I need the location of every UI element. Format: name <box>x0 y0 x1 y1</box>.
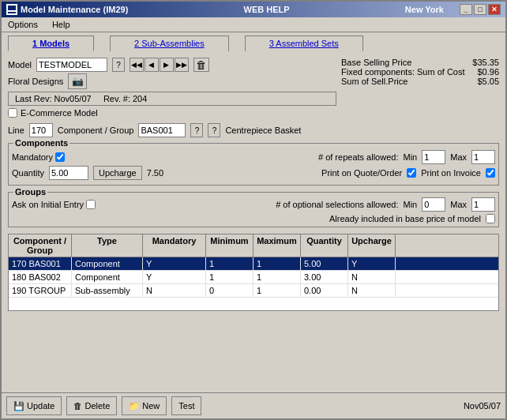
maximize-button[interactable]: □ <box>474 4 486 15</box>
comp-max-input[interactable]: 1 <box>471 150 495 164</box>
mandatory-checkbox[interactable] <box>55 152 65 162</box>
title-bar: Model Maintenance (IM29) WEB HELP New Yo… <box>2 2 505 17</box>
row0-quantity: 5.00 <box>301 257 348 270</box>
comp-min-input[interactable]: 1 <box>422 150 445 164</box>
row2-minimum: 0 <box>206 284 254 297</box>
last-rev-label: Last Rev: <box>15 94 51 103</box>
base-price-label: Already included in base price of model <box>329 214 481 223</box>
window-controls: _ □ ✕ <box>460 4 501 15</box>
tab-sub-assemblies[interactable]: 2 Sub-Assemblies <box>110 36 229 51</box>
row2-mandatory: N <box>143 284 206 297</box>
nav-last[interactable]: ▶▶ <box>175 58 189 72</box>
bottom-bar: 💾 Update 🗑 Delete 📁 New Test Nov05/07 <box>2 392 505 418</box>
comp-max-label: Max <box>450 152 467 162</box>
update-button[interactable]: 💾 Update <box>6 396 62 415</box>
groups-section: Groups Ask on Initial Entry # of optiona… <box>8 192 499 227</box>
print-invoice-checkbox[interactable] <box>486 168 495 178</box>
fixed-components-value: $0.96 <box>477 67 499 77</box>
delete-button[interactable]: 🗑 Delete <box>66 396 117 415</box>
test-button[interactable]: Test <box>171 396 201 415</box>
camera-button[interactable]: 📷 <box>68 73 87 89</box>
row0-minimum: 1 <box>206 257 254 270</box>
groups-max-input[interactable]: 1 <box>471 197 495 212</box>
print-quote-label: Print on Quote/Order <box>321 168 402 178</box>
main-content: Model TESTMODEL ? ◀◀ ◀ ▶ ▶▶ 🗑 Floral Des… <box>2 51 505 392</box>
tab-models[interactable]: 1 Models <box>8 36 94 51</box>
row1-mandatory: Y <box>143 271 206 283</box>
new-button[interactable]: 📁 New <box>122 396 167 415</box>
groups-min-label: Min <box>403 200 417 209</box>
close-button[interactable]: ✕ <box>488 4 501 15</box>
sum-sell-value: $5.05 <box>477 77 499 86</box>
header-upcharge: Upcharge <box>348 234 396 257</box>
tabs-bar: 1 Models 2 Sub-Assemblies 3 Assembled Se… <box>2 32 505 51</box>
components-row-2: Quantity 5.00 Upcharge 7.50 Print on Quo… <box>12 166 495 180</box>
window-center-text: WEB HELP <box>244 5 290 14</box>
model-delete-button[interactable]: 🗑 <box>193 58 209 72</box>
delete-label: Delete <box>84 401 110 411</box>
ask-initial-checkbox[interactable] <box>86 200 96 209</box>
row2-upcharge: N <box>348 284 396 297</box>
nav-prev[interactable]: ◀ <box>145 58 159 72</box>
components-row-1: Mandatory # of repeats allowed: Min 1 Ma… <box>12 150 495 164</box>
upcharge-button[interactable]: Upcharge <box>93 166 142 180</box>
menu-options[interactable]: Options <box>5 19 41 30</box>
model-input[interactable]: TESTMODEL <box>36 58 107 72</box>
row2-type: Sub-assembly <box>72 284 143 297</box>
ecommerce-checkbox[interactable] <box>8 108 17 118</box>
quantity-label: Quantity <box>12 168 44 178</box>
grid-container: Component / Group Type Mandatory Minimum… <box>8 234 499 311</box>
row1-type: Component <box>72 271 143 283</box>
row2-quantity: 0.00 <box>301 284 348 297</box>
comp-group-question-button-1[interactable]: ? <box>190 123 203 137</box>
ecommerce-label: E-Commerce Model <box>21 108 98 118</box>
nav-next[interactable]: ▶ <box>160 58 174 72</box>
grid-header: Component / Group Type Mandatory Minimum… <box>9 234 498 257</box>
grid-row-1[interactable]: 180 BAS002 Component Y 1 1 3.00 N <box>9 271 498 284</box>
header-maximum: Maximum <box>254 234 301 257</box>
minimize-button[interactable]: _ <box>460 4 472 15</box>
print-quote-checkbox[interactable] <box>407 168 416 178</box>
comp-group-label: Component / Group <box>58 126 134 135</box>
line-description: Centrepiece Basket <box>225 126 301 135</box>
components-section: Components Mandatory # of repeats allowe… <box>8 143 499 186</box>
groups-min-input[interactable]: 0 <box>422 197 445 212</box>
window-title: Model Maintenance (IM29) <box>21 5 128 14</box>
menu-bar: Options Help <box>2 17 505 32</box>
new-icon: 📁 <box>129 401 140 411</box>
nav-first[interactable]: ◀◀ <box>130 58 144 72</box>
base-price-checkbox[interactable] <box>486 214 495 223</box>
row1-maximum: 1 <box>254 271 301 283</box>
components-title: Components <box>13 138 69 148</box>
menu-help[interactable]: Help <box>49 19 73 30</box>
rev-value: 204 <box>133 94 147 103</box>
ask-initial-label: Ask on Initial Entry <box>12 200 84 209</box>
tab-assembled-sets[interactable]: 3 Assembled Sets <box>245 36 363 51</box>
comp-min-label: Min <box>403 152 417 162</box>
line-input[interactable]: 170 <box>29 123 53 137</box>
header-type: Type <box>72 234 143 257</box>
repeats-label: # of repeats allowed: <box>318 152 399 162</box>
model-question-button[interactable]: ? <box>112 58 125 72</box>
title-bar-left: Model Maintenance (IM29) <box>6 4 128 15</box>
grid-row-0[interactable]: 170 BAS001 Component Y 1 1 5.00 Y <box>9 257 498 271</box>
update-icon: 💾 <box>13 401 24 411</box>
row2-maximum: 1 <box>254 284 301 297</box>
update-label: Update <box>27 401 54 411</box>
header-comp-group: Component / Group <box>9 234 72 257</box>
comp-group-question-button-2[interactable]: ? <box>208 123 220 137</box>
header-minimum: Minimum <box>206 234 254 257</box>
comp-group-input[interactable]: BAS001 <box>138 123 186 137</box>
quantity-input[interactable]: 5.00 <box>49 166 88 180</box>
delete-icon: 🗑 <box>73 401 82 411</box>
floral-label: Floral Designs <box>8 77 63 86</box>
row0-comp-group: 170 BAS001 <box>9 257 72 270</box>
row2-comp-group: 190 TGROUP <box>9 284 72 297</box>
row0-upcharge: Y <box>348 257 396 270</box>
last-rev-value: Nov05/07 <box>54 94 92 103</box>
row1-minimum: 1 <box>206 271 254 283</box>
line-label: Line <box>8 126 24 135</box>
new-label: New <box>142 401 160 411</box>
grid-row-2[interactable]: 190 TGROUP Sub-assembly N 0 1 0.00 N <box>9 284 498 298</box>
header-mandatory: Mandatory <box>143 234 206 257</box>
